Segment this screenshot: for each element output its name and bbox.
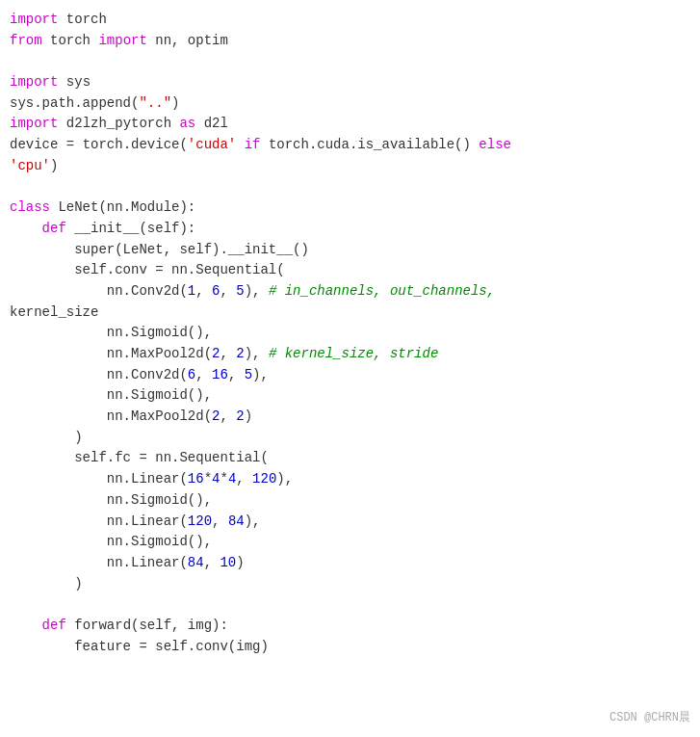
code-line-12: super(LeNet, self).__init__(): [10, 240, 690, 261]
code-line-20: nn.MaxPool2d(2, 2): [10, 407, 690, 428]
code-line-30: def forward(self, img):: [10, 616, 690, 637]
code-line-6: import d2lzh_pytorch as d2l: [10, 114, 690, 135]
code-line-13: self.conv = nn.Sequential(: [10, 260, 690, 281]
code-line-18: nn.Conv2d(6, 16, 5),: [10, 365, 690, 386]
code-block: import torch from torch import nn, optim…: [0, 0, 700, 737]
code-line-9: [10, 177, 690, 198]
code-line-29: [10, 594, 690, 616]
code-line-19: nn.Sigmoid(),: [10, 385, 690, 407]
code-line-14: nn.Conv2d(1, 6, 5), # in_channels, out_c…: [10, 281, 690, 303]
code-line-5: sys.path.append(".."): [10, 93, 690, 115]
code-line-3: [10, 51, 690, 72]
code-line-11: def __init__(self):: [10, 219, 690, 240]
watermark: CSDN @CHRN晨: [609, 709, 690, 727]
code-line-26: nn.Sigmoid(),: [10, 532, 690, 553]
code-line-16: nn.Sigmoid(),: [10, 323, 690, 344]
code-line-4: import sys: [10, 72, 690, 93]
code-line-8: 'cpu'): [10, 156, 690, 177]
code-line-7: device = torch.device('cuda' if torch.cu…: [10, 135, 690, 156]
code-line-15: kernel_size: [10, 303, 690, 324]
code-line-21: ): [10, 428, 690, 449]
code-line-27: nn.Linear(84, 10): [10, 553, 690, 574]
code-line-22: self.fc = nn.Sequential(: [10, 448, 690, 469]
code-line-28: ): [10, 574, 690, 595]
code-line-2: from torch import nn, optim: [10, 31, 690, 52]
code-line-10: class LeNet(nn.Module):: [10, 197, 690, 219]
code-line-25: nn.Linear(120, 84),: [10, 512, 690, 533]
code-line-17: nn.MaxPool2d(2, 2), # kernel_size, strid…: [10, 344, 690, 365]
code-line-24: nn.Sigmoid(),: [10, 490, 690, 512]
code-line-1: import torch: [10, 10, 690, 31]
code-line-31: feature = self.conv(img): [10, 637, 690, 658]
code-line-23: nn.Linear(16*4*4, 120),: [10, 469, 690, 490]
